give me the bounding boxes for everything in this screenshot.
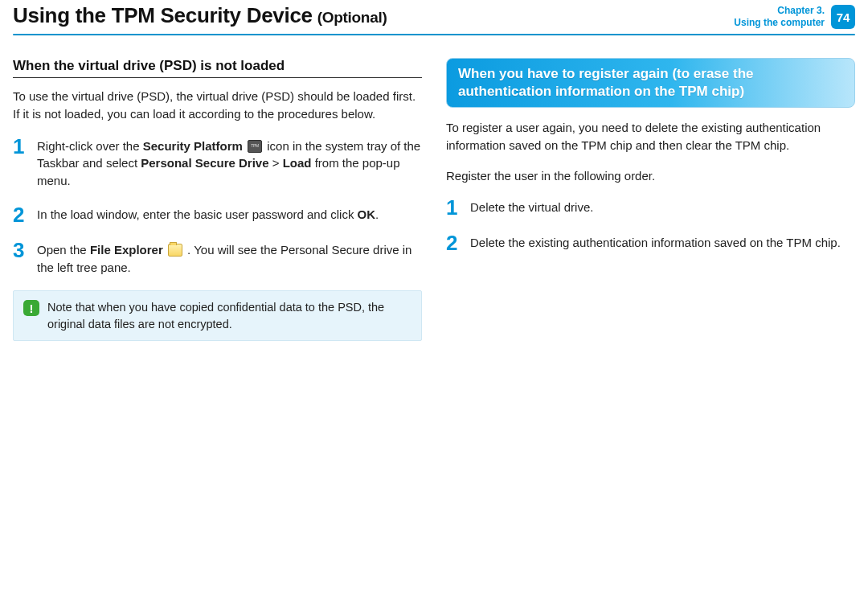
right-intro: To register a user again, you need to de…	[446, 119, 855, 154]
left-subheading: When the virtual drive (PSD) is not load…	[13, 58, 422, 78]
chapter-line-1: Chapter 3.	[734, 5, 825, 17]
tpm-tray-icon	[248, 140, 262, 153]
step-text: Right-click over the Security Platform i…	[37, 136, 422, 190]
page-header: Using the TPM Security Device (Optional)…	[0, 0, 868, 34]
page-body: When the virtual drive (PSD) is not load…	[0, 40, 868, 341]
left-step-3: 3 Open the File Explorer . You will see …	[13, 240, 422, 277]
header-divider	[13, 34, 855, 35]
text-bold: File Explorer	[90, 243, 163, 257]
text-fragment: In the load window, enter the basic user…	[37, 207, 358, 221]
left-step-2: 2 In the load window, enter the basic us…	[13, 204, 422, 225]
text-bold: OK	[358, 207, 376, 221]
step-text: Open the File Explorer . You will see th…	[37, 240, 422, 277]
step-text: In the load window, enter the basic user…	[37, 204, 379, 225]
page-number-badge: 74	[831, 5, 855, 29]
step-number: 1	[446, 197, 461, 218]
file-explorer-icon	[168, 244, 182, 257]
text-fragment: >	[269, 156, 283, 170]
right-step-2: 2 Delete the existing authentication inf…	[446, 232, 855, 253]
text-bold: Personal Secure Drive	[141, 156, 268, 170]
step-number: 1	[13, 136, 27, 190]
right-column: When you have to register again (to eras…	[446, 58, 855, 341]
text-bold: Security Platform	[143, 139, 243, 153]
step-number: 3	[13, 240, 27, 277]
note-callout: ! Note that when you have copied confide…	[13, 290, 422, 341]
chapter-label: Chapter 3. Using the computer	[734, 5, 825, 29]
step-text: Delete the existing authentication infor…	[470, 232, 841, 253]
right-step-1: 1 Delete the virtual drive.	[446, 197, 855, 218]
right-section-banner: When you have to register again (to eras…	[446, 58, 855, 108]
step-text: Delete the virtual drive.	[470, 197, 593, 218]
text-bold: Load	[283, 156, 312, 170]
page-title: Using the TPM Security Device (Optional)	[13, 3, 387, 28]
note-text: Note that when you have copied confident…	[47, 299, 411, 332]
step-number: 2	[13, 204, 27, 225]
text-fragment: .	[375, 207, 379, 221]
header-right: Chapter 3. Using the computer 74	[734, 3, 855, 29]
page-title-main: Using the TPM Security Device	[13, 3, 313, 28]
left-step-1: 1 Right-click over the Security Platform…	[13, 136, 422, 190]
chapter-line-2: Using the computer	[734, 17, 825, 29]
text-fragment: Open the	[37, 243, 90, 257]
right-order-intro: Register the user in the following order…	[446, 167, 855, 185]
left-intro: To use the virtual drive (PSD), the virt…	[13, 88, 422, 123]
step-number: 2	[446, 232, 461, 253]
note-badge-icon: !	[23, 300, 39, 316]
page-title-optional: (Optional)	[317, 9, 387, 27]
left-column: When the virtual drive (PSD) is not load…	[13, 58, 422, 341]
text-fragment: Right-click over the	[37, 139, 143, 153]
